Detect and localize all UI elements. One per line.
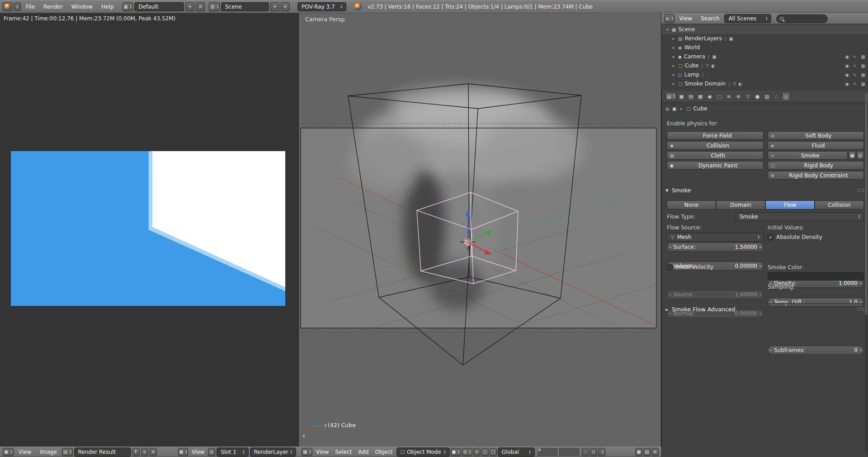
expand-icon[interactable]: ▸ <box>671 55 676 59</box>
outliner-menu-search[interactable]: Search <box>697 15 723 22</box>
tab-object-icon[interactable]: □ <box>715 92 724 101</box>
renderability-camera-icon[interactable]: ▦ <box>861 54 865 59</box>
renderability-camera-icon[interactable]: ▦ <box>861 63 865 68</box>
properties-scrollbar[interactable] <box>865 93 867 452</box>
mode-dropdown[interactable]: □Object Mode▴▾ <box>396 447 450 457</box>
decrement-arrow-icon[interactable]: ◂ <box>770 298 772 306</box>
manipulator-translate-button[interactable]: + <box>473 448 481 456</box>
layout-delete-button[interactable]: × <box>196 2 205 11</box>
collision-button[interactable]: ◉Collision <box>667 141 764 150</box>
new-image-button[interactable]: + <box>141 448 148 456</box>
selectability-arrow-icon[interactable]: ↖ <box>853 63 857 68</box>
scene-delete-button[interactable]: × <box>281 2 290 11</box>
increment-arrow-icon[interactable]: ▸ <box>760 262 761 270</box>
viewport-menu-object[interactable]: Object <box>372 449 395 455</box>
expand-icon[interactable]: ▸ <box>671 82 676 86</box>
selectability-arrow-icon[interactable]: ↖ <box>853 72 857 77</box>
soft-body-button[interactable]: ◎Soft Body <box>768 131 864 140</box>
smoke-flow-advanced-header[interactable]: ► Smoke Flow Advanced <box>665 306 865 313</box>
smoke-tab-domain[interactable]: Domain <box>716 200 765 209</box>
decrement-arrow-icon[interactable]: ◂ <box>770 346 772 354</box>
force-field-button[interactable]: ◦Force Field <box>667 131 764 140</box>
breadcrumb-object-name[interactable]: Cube <box>693 105 708 112</box>
outliner-row-renderlayers[interactable]: ▸ ▤ RenderLayers | ▣ <box>661 34 868 43</box>
pivot-point-button[interactable]: ◎▴▾ <box>462 448 472 456</box>
rigid-body-constraint-button[interactable]: ⊕Rigid Body Constraint <box>768 171 864 180</box>
layers-grid-2[interactable] <box>559 448 579 456</box>
tab-modifiers-icon[interactable]: ⊕ <box>734 92 743 101</box>
subframes-field[interactable]: ◂ Subframes: 0 ▸ <box>768 346 864 355</box>
snap-element-button[interactable]: ▴▾ <box>598 448 605 456</box>
properties-editor-type-button[interactable]: ▤▴▾ <box>665 92 676 100</box>
scene-selector[interactable]: Scene <box>221 2 269 11</box>
flow-type-dropdown[interactable]: Smoke▴▾ <box>736 212 864 221</box>
menu-render[interactable]: Render <box>40 4 66 10</box>
smoke-color-swatch[interactable] <box>768 272 864 281</box>
scene-browse-button[interactable]: ▥▴▾ <box>209 2 220 11</box>
menu-help[interactable]: Help <box>98 4 117 10</box>
visibility-eye-icon[interactable]: ◉ <box>845 54 849 59</box>
outliner-editor-type-button[interactable]: ≡▴▾ <box>664 14 675 23</box>
increment-arrow-icon[interactable]: ▸ <box>860 346 862 354</box>
rigid-body-button[interactable]: □Rigid Body <box>768 161 864 170</box>
outliner-row-camera[interactable]: ▸ ◆ Camera | ▣ ◉↖▦ <box>661 52 868 61</box>
surface-field[interactable]: ◂ Surface: 1.50000 ▸ <box>667 243 764 252</box>
image-menu-view[interactable]: View <box>15 449 35 455</box>
tab-texture-icon[interactable]: ▨ <box>763 92 771 101</box>
panel-drag-handle-icon[interactable] <box>857 307 865 311</box>
increment-arrow-icon[interactable]: ▸ <box>860 298 862 306</box>
image-editor-type-button[interactable]: ▣▴▾ <box>3 448 14 456</box>
tab-scene-icon[interactable]: ▦ <box>696 92 705 101</box>
viewport-editor-type-button[interactable]: ▦▴▾ <box>302 448 312 456</box>
outliner-row-cube[interactable]: ▸ □ Cube | ▽ ◐ ◉↖▦ <box>661 61 868 70</box>
lock-to-scene-button[interactable]: ◦ <box>582 448 589 456</box>
layout-browse-button[interactable]: ▦▴▾ <box>123 2 133 11</box>
scrollbar-thumb[interactable] <box>865 93 867 315</box>
outliner-row-smoke-domain[interactable]: ▸ □ Smoke Domain | ▽ ◐ ◉↖▦ <box>661 79 868 88</box>
layout-add-button[interactable]: + <box>185 2 194 11</box>
outliner-row-world[interactable]: ▸ ◉ World <box>661 43 868 52</box>
app-menu-button[interactable] <box>3 2 12 11</box>
smoke-tab-none[interactable]: None <box>667 200 716 209</box>
expand-icon[interactable]: ▸ <box>671 37 676 41</box>
initial-velocity-checkbox[interactable]: Initial Velocity <box>667 262 713 271</box>
tab-physics-icon[interactable]: ◎ <box>782 92 790 101</box>
layer-cell[interactable] <box>538 448 541 452</box>
temp-diff-field[interactable]: ◂ Temp. Diff.: 1.0 ▸ <box>768 298 864 307</box>
pin-icon[interactable]: ◎ <box>665 106 670 111</box>
viewport-menu-view[interactable]: View <box>313 449 331 455</box>
manipulator-rotate-button[interactable]: ○ <box>481 448 489 456</box>
panel-collapsed-icon[interactable]: ► <box>665 307 669 312</box>
outliner-menu-view[interactable]: View <box>676 15 696 22</box>
fluid-button[interactable]: ◆Fluid <box>768 141 864 150</box>
image-editor-type-button[interactable]: ▣▴▾ <box>178 448 188 456</box>
tab-constraints-icon[interactable]: ≡ <box>725 92 733 101</box>
image-browse-button[interactable]: ▤▴▾ <box>62 448 73 456</box>
checkbox-unchecked-icon[interactable] <box>667 264 673 270</box>
decrement-arrow-icon[interactable]: ◂ <box>669 243 671 251</box>
outliner-row-lamp[interactable]: ▸ ○ Lamp | ◦ ◉↖▦ <box>661 70 868 79</box>
renderability-camera-icon[interactable]: ▦ <box>861 81 865 86</box>
slot-dropdown[interactable]: Slot 1▴▾ <box>217 447 248 457</box>
render-still-button[interactable]: ▣ <box>635 448 642 456</box>
visibility-eye-icon[interactable]: ◉ <box>845 81 849 86</box>
menu-file[interactable]: File <box>22 4 38 10</box>
menu-window[interactable]: Window <box>68 4 96 10</box>
outliner-search-input[interactable] <box>776 14 828 23</box>
tab-material-icon[interactable]: ● <box>753 92 762 101</box>
panel-expanded-icon[interactable]: ▼ <box>665 188 669 193</box>
renderability-camera-icon[interactable]: ▦ <box>861 72 865 77</box>
editor-collapse-icon[interactable]: ▴▾ <box>14 3 21 11</box>
unlink-image-button[interactable]: × <box>150 448 157 456</box>
expand-icon[interactable]: ▸ <box>671 46 676 50</box>
flow-source-dropdown[interactable]: ▽ Mesh▴▾ <box>667 233 764 242</box>
cloth-button[interactable]: ▤Cloth <box>667 151 764 160</box>
layout-selector[interactable]: Default <box>134 2 184 11</box>
absolute-density-checkbox[interactable]: ✓ Absolute Density <box>768 233 822 242</box>
outliner-filter-dropdown[interactable]: All Scenes▴▾ <box>724 14 771 23</box>
smoke-button[interactable]: ×Smoke <box>768 151 848 160</box>
expand-icon[interactable]: ▸ <box>671 64 676 68</box>
snap-magnet-button[interactable]: ∪ <box>590 448 597 456</box>
visibility-eye-icon[interactable]: ◉ <box>845 63 849 68</box>
image-datablock-field[interactable]: Render Result <box>74 447 131 457</box>
